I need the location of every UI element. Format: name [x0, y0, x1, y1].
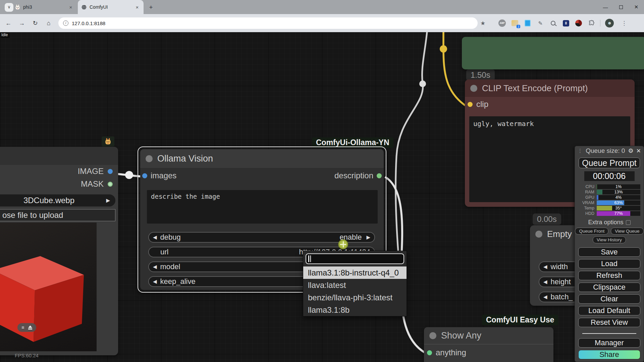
browser-menu-icon[interactable]: ⋮	[621, 20, 627, 27]
load-button[interactable]: Load	[578, 259, 640, 268]
close-button[interactable]: ✕	[629, 0, 644, 14]
mask-editor-icon[interactable]: ≡	[21, 325, 24, 330]
collapse-dot[interactable]	[535, 231, 542, 238]
reset-view-button[interactable]: Reset View	[578, 318, 640, 327]
choose-file-button[interactable]: ose file to upload	[0, 209, 115, 221]
extension-with-badge-icon[interactable]: 2	[511, 19, 519, 27]
gpu-stat: GPU 4%	[578, 195, 640, 200]
settings-gear-icon[interactable]: ⚙	[628, 147, 634, 155]
pen-extension-icon[interactable]: ✎	[536, 19, 544, 27]
ollama-node-header[interactable]: Ollama Vision	[140, 149, 384, 168]
browser-toolbar: ← → ↻ ⌂ i 127.0.0.1:8188 ★ ABP 2 ✎ II ☻ …	[0, 14, 644, 32]
search-extension-icon[interactable]	[549, 19, 557, 27]
dropdown-item[interactable]: llama3.1:8b-instruct-q4_0	[303, 266, 407, 279]
queue-front-button[interactable]: Queue Front	[575, 228, 608, 235]
save-button[interactable]: Save	[578, 247, 640, 257]
llama-icon	[104, 138, 112, 145]
mask-output-dot[interactable]	[108, 182, 113, 187]
prev-value-icon[interactable]: ◀	[153, 279, 157, 285]
new-tab-button[interactable]: +	[147, 3, 155, 12]
anything-input-dot[interactable]	[427, 350, 432, 355]
clip-node-header[interactable]: CLIP Text Encode (Prompt)	[465, 79, 635, 97]
collapse-dot[interactable]	[470, 85, 477, 92]
site-info-icon[interactable]: i	[63, 20, 68, 26]
image-preview	[0, 223, 97, 351]
globe-icon	[81, 4, 87, 10]
prev-value-icon[interactable]: ◀	[543, 294, 547, 300]
clip-input-dot[interactable]	[468, 102, 473, 107]
extra-options-checkbox[interactable]	[626, 220, 631, 225]
images-input-dot[interactable]	[142, 173, 147, 178]
history-row: View History	[575, 236, 644, 243]
blue-extension-icon[interactable]	[524, 19, 532, 27]
clear-button[interactable]: Clear	[578, 294, 640, 304]
prev-value-icon[interactable]: ◀	[543, 279, 547, 285]
image-output-dot[interactable]	[108, 169, 113, 174]
load-image-header[interactable]	[0, 147, 118, 165]
ollama-node-title: Ollama Vision	[157, 154, 213, 164]
model-widget-label: model	[160, 262, 180, 271]
collapse-dot[interactable]	[429, 332, 436, 339]
menu-close-icon[interactable]: ✕	[636, 147, 641, 155]
clipspace-button[interactable]: Clipspace	[578, 283, 640, 292]
refresh-button[interactable]: Refresh	[578, 271, 640, 280]
reroute-dot-gray	[419, 80, 426, 87]
dropdown-item[interactable]: benzie/llava-phi-3:latest	[303, 291, 407, 304]
tab-close-icon[interactable]: ×	[68, 4, 74, 10]
red-circle-extension-icon[interactable]	[575, 19, 583, 27]
dropdown-item[interactable]: llava:latest	[303, 279, 407, 291]
reload-icon[interactable]: ↻	[30, 18, 40, 28]
tab-close-icon[interactable]: ×	[134, 4, 140, 10]
prev-value-icon[interactable]: ◀	[543, 264, 547, 270]
profile-avatar[interactable]: ☻	[605, 19, 614, 27]
combo-next-icon[interactable]: ▶	[106, 197, 110, 203]
image-output-label: IMAGE	[78, 167, 104, 176]
manager-button[interactable]: Manager	[578, 338, 640, 348]
anything-input-label: anything	[436, 348, 466, 357]
show-any-header[interactable]: Show Any	[424, 327, 553, 345]
eject-icon[interactable]	[28, 325, 32, 328]
menu-buttons: Save Load Refresh Clipspace Clear Load D…	[578, 247, 640, 362]
extensions-puzzle-icon[interactable]	[587, 19, 595, 27]
share-button[interactable]: Share	[578, 350, 640, 359]
vram-stat: VRAM 63%	[578, 200, 640, 205]
description-output-label: description	[334, 171, 373, 180]
reroute-dot-yellow	[440, 45, 447, 53]
dropdown-filter-input[interactable]	[306, 253, 404, 264]
forward-icon[interactable]: →	[17, 18, 27, 28]
image-preview-tools[interactable]: ≡	[17, 323, 36, 332]
prev-value-icon[interactable]: ◀	[153, 264, 157, 270]
anything-input-row: anything	[424, 345, 553, 361]
view-queue-button[interactable]: View Queue	[611, 228, 643, 235]
ii-extension-icon[interactable]: II	[562, 19, 570, 27]
system-stats: CPU 1% RAM 13% GPU 4% VRAM 63% Temp 35	[578, 184, 640, 217]
queue-prompt-button[interactable]: Queue Prompt	[579, 158, 640, 168]
tab-phi3[interactable]: phi3 ×	[11, 0, 77, 14]
image-file-combo[interactable]: 3DCube.webp ▶	[0, 194, 115, 206]
maximize-button[interactable]	[613, 0, 629, 14]
url-widget-label: url	[160, 248, 168, 256]
description-output-dot[interactable]	[377, 173, 382, 178]
drag-handle-icon[interactable]: ⋮	[578, 148, 583, 154]
load-default-button[interactable]: Load Default	[578, 306, 640, 315]
minimize-button[interactable]: —	[598, 0, 613, 14]
clip-input-row: clip	[465, 97, 635, 112]
view-history-button[interactable]: View History	[593, 236, 626, 243]
address-bar[interactable]: i 127.0.0.1:8188	[58, 17, 478, 29]
dropdown-item[interactable]: llama3.1:8b	[303, 304, 407, 316]
adblock-extension-icon[interactable]: ABP	[498, 19, 506, 27]
collapse-dot[interactable]	[146, 155, 153, 162]
prev-value-icon[interactable]: ◀	[153, 234, 157, 240]
load-image-node[interactable]: IMAGE MASK 3DCube.webp ▶ ose file to upl…	[0, 147, 118, 355]
description-output: description	[334, 171, 382, 180]
bookmark-star-icon[interactable]: ★	[480, 20, 485, 27]
back-icon[interactable]: ←	[3, 18, 13, 28]
comfyui-canvas[interactable]: Idle 1.50s CLIP Text Encode (Prompt) cli…	[0, 32, 644, 362]
tab-comfyui[interactable]: ComfyUI ×	[78, 0, 144, 14]
show-any-node[interactable]: Show Any anything	[424, 327, 553, 362]
extra-options-label: Extra options	[588, 219, 623, 226]
next-value-icon[interactable]: ▶	[366, 234, 370, 240]
green-node[interactable]	[462, 37, 644, 69]
home-icon[interactable]: ⌂	[44, 18, 54, 28]
prompt-text-area[interactable]: describe the image	[147, 190, 378, 224]
